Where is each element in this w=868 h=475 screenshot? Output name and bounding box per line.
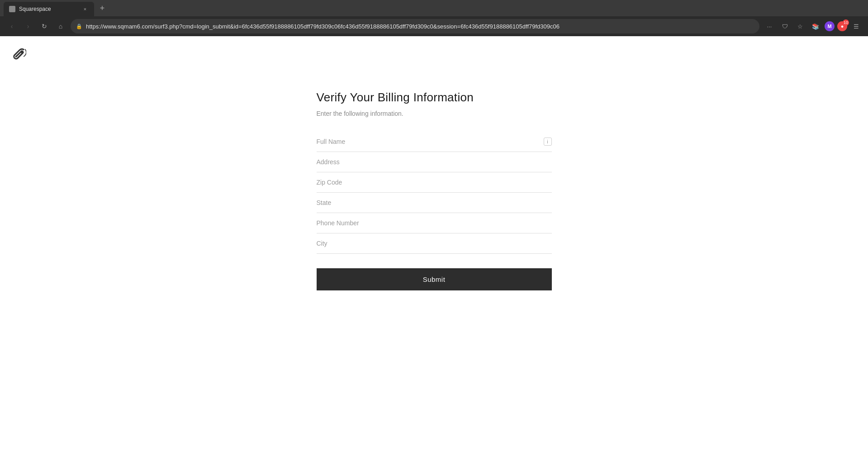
secure-icon: 🔒 (76, 24, 82, 29)
browser-chrome: Squarespace × + ‹ › ↻ ⌂ 🔒 ··· 🛡 (0, 0, 868, 36)
zip-code-field (317, 172, 552, 193)
extension-badge-count: 10 (843, 19, 849, 26)
full-name-field: i (317, 132, 552, 152)
library-icon[interactable]: 📚 (809, 20, 822, 33)
full-name-input[interactable] (317, 132, 552, 152)
bookmark-star-icon[interactable]: ☆ (794, 20, 806, 33)
new-tab-button[interactable]: + (96, 2, 109, 14)
city-field (317, 233, 552, 254)
form-title: Verify Your Billing Information (317, 90, 552, 104)
home-button[interactable]: ⌂ (54, 20, 67, 33)
address-input[interactable] (317, 152, 552, 172)
toolbar-actions: ··· 🛡 ☆ 📚 M ● 10 ☰ (763, 20, 863, 33)
back-button[interactable]: ‹ (5, 20, 18, 33)
tab-close-button[interactable]: × (81, 5, 89, 13)
zip-code-input[interactable] (317, 172, 552, 192)
tab-favicon (9, 6, 15, 12)
reload-button[interactable]: ↻ (38, 20, 51, 33)
ellipsis-button[interactable]: ··· (763, 20, 776, 33)
phone-number-field (317, 213, 552, 233)
forward-button[interactable]: › (22, 20, 34, 33)
shield-icon[interactable]: 🛡 (778, 20, 791, 33)
full-name-info-icon[interactable]: i (544, 138, 552, 146)
address-bar-container: 🔒 (71, 19, 759, 33)
form-wrapper: Verify Your Billing Information Enter th… (317, 90, 552, 290)
tab-bar: Squarespace × + (0, 0, 868, 16)
address-field (317, 152, 552, 172)
browser-toolbar: ‹ › ↻ ⌂ 🔒 ··· 🛡 ☆ 📚 (0, 16, 868, 36)
page-content: Verify Your Billing Information Enter th… (0, 36, 868, 475)
menu-button[interactable]: ☰ (850, 20, 863, 33)
submit-button[interactable]: Submit (317, 268, 552, 290)
address-bar[interactable] (86, 23, 754, 30)
city-input[interactable] (317, 233, 552, 253)
tab-title: Squarespace (19, 6, 78, 12)
state-field (317, 193, 552, 213)
squarespace-logo-svg (12, 46, 26, 61)
form-subtitle: Enter the following information. (317, 110, 552, 117)
extension-purple-icon[interactable]: M (825, 21, 835, 31)
active-tab[interactable]: Squarespace × (4, 2, 94, 16)
phone-number-input[interactable] (317, 213, 552, 233)
extension-red-container: ● 10 (837, 21, 847, 31)
squarespace-logo (11, 45, 27, 62)
form-container: Verify Your Billing Information Enter th… (0, 36, 868, 290)
state-input[interactable] (317, 193, 552, 213)
